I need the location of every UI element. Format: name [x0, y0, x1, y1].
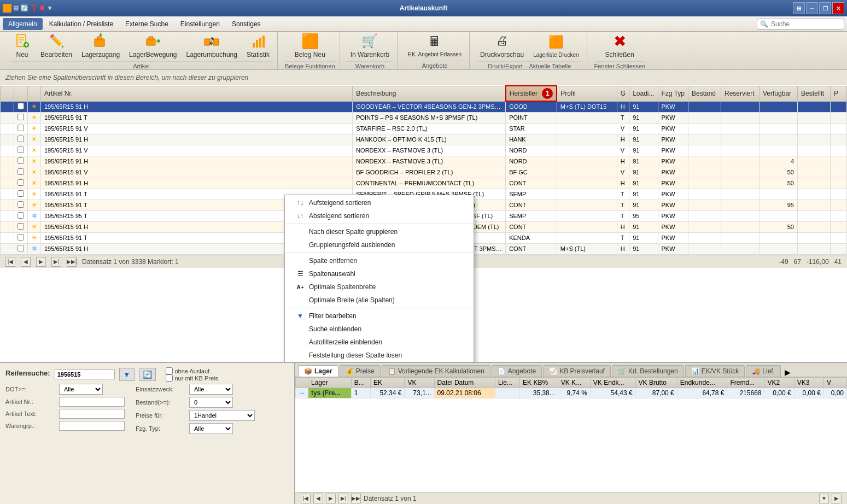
row-checkbox[interactable]: [14, 112, 28, 123]
table-row[interactable]: ☀ 195/65R15 91 H NORDEXX – FASTMOVE 3 (T…: [1, 156, 847, 167]
col-beschreibung-header[interactable]: Beschreibung: [353, 86, 506, 101]
table-row[interactable]: ☀ 195/65R15 91 H HANKOOK – OPTIMO K 415 …: [1, 134, 847, 145]
ctx-clear-filter[interactable]: Feststellung dieser Spalte lösen: [285, 349, 474, 362]
toolbar-warenkorb-btn[interactable]: 🛒 In Warenkorb: [347, 31, 393, 60]
col-artikel-header[interactable]: Artikel Nr.: [41, 86, 353, 101]
toolbar-belegeneu-btn[interactable]: 🟧 Beleg Neu: [291, 31, 329, 60]
ctx-filter[interactable]: ▼ Filter bearbeiten: [285, 309, 474, 323]
toolbar-ekangebot-btn[interactable]: 🖩 EK. Angebot Erfassen: [405, 32, 465, 60]
col-g-header[interactable]: G: [617, 86, 629, 101]
artikel-text-input[interactable]: [59, 409, 125, 419]
table-row[interactable]: ☀ 195/65R15 91 V STARFIRE – RSC 2.0 (TL)…: [1, 123, 847, 134]
tab-angebote[interactable]: 📄 Angebote: [492, 365, 542, 377]
col-fzgtyp-header[interactable]: Fzg Typ: [658, 86, 688, 101]
inner-col-vk-brutto[interactable]: VK Brutto: [635, 378, 677, 388]
ctx-group-col[interactable]: Nach dieser Spalte gruppieren: [285, 225, 474, 238]
nav-next-btn[interactable]: ▶: [36, 257, 46, 267]
ohne-auslauf-input[interactable]: [166, 367, 173, 374]
ctx-sort-asc[interactable]: ↑↓ Aufsteigend sortieren: [285, 196, 474, 209]
ctx-search[interactable]: Suche einblenden: [285, 323, 474, 336]
tab-lager[interactable]: 📦 Lager: [298, 365, 338, 377]
col-checkbox-header[interactable]: [14, 86, 28, 101]
ctx-opt-width-all[interactable]: Optimale Breite (alle Spalten): [285, 294, 474, 307]
inner-col-v[interactable]: V: [823, 378, 846, 388]
table-row[interactable]: ☀ 195/65R15 91 H CONTINENTAL – PREMIUMCO…: [1, 178, 847, 189]
row-checkbox[interactable]: [14, 200, 28, 210]
toolbar-bearbeiten-btn[interactable]: ✏️ Bearbeiten: [37, 31, 75, 60]
ctx-col-select[interactable]: ☰ Spaltenauswahl: [285, 267, 474, 280]
inner-col-vk[interactable]: VK: [405, 378, 434, 388]
inner-col-fremd[interactable]: Fremd...: [727, 378, 764, 388]
col-bestellt-header[interactable]: Bestelllt: [798, 86, 831, 101]
inner-table-container[interactable]: Lager B... EK VK Datei Datum Lie... EK K…: [295, 377, 847, 492]
menu-allgemein[interactable]: Allgemein: [3, 18, 43, 30]
row-checkbox[interactable]: [14, 221, 28, 232]
ctx-hide-group[interactable]: Gruppierungsfeld ausblenden: [285, 238, 474, 251]
inner-col-endkunde[interactable]: Endkunde...: [677, 378, 727, 388]
artikel-nr-input[interactable]: [59, 397, 125, 407]
row-checkbox[interactable]: [14, 210, 28, 221]
inner-col-b[interactable]: B...: [351, 378, 370, 388]
row-checkbox[interactable]: [14, 145, 28, 156]
nur-kb-check[interactable]: nur mit KB Preis: [166, 374, 218, 382]
col-reserviert-header[interactable]: Reserviert: [721, 86, 760, 101]
row-checkbox[interactable]: [14, 243, 28, 254]
tab-ek-kalk[interactable]: 📋 Vorliegende EK Kalkulationen: [382, 365, 490, 377]
ctx-opt-width[interactable]: A+ Optimale Spaltenbreite: [285, 280, 474, 294]
window-close-btn[interactable]: ✕: [832, 2, 844, 14]
nur-kb-input[interactable]: [166, 374, 173, 382]
inner-col-vk3[interactable]: VK3: [794, 378, 823, 388]
inner-col-vk2[interactable]: VK2: [764, 378, 794, 388]
window-minimize-btn[interactable]: ─: [806, 2, 818, 14]
nav-end-btn[interactable]: ▶▶|: [67, 257, 77, 267]
inner-col-datei-datum[interactable]: Datei Datum: [434, 378, 495, 388]
inner-nav-last[interactable]: ▶|: [338, 494, 348, 503]
col-loading-header[interactable]: Loadi...: [629, 86, 658, 101]
col-verfuegbar-header[interactable]: Verfügbar: [760, 86, 798, 101]
ctx-autofilter[interactable]: Autofilterzeile einblenden: [285, 336, 474, 349]
inner-col-ek-kb[interactable]: EK KB%: [520, 378, 558, 388]
row-checkbox[interactable]: [14, 134, 28, 145]
toolbar-lagerbewegung-btn[interactable]: LagerBewegung: [126, 31, 180, 60]
inner-nav-first[interactable]: |◀: [301, 494, 311, 503]
inner-filter-btn[interactable]: ▼: [819, 494, 829, 503]
reifensuche-down-btn[interactable]: ▼: [119, 368, 135, 381]
toolbar-lagerzugang-btn[interactable]: Lagerzugang: [78, 31, 123, 60]
window-maximize-btn[interactable]: ⊞: [793, 2, 805, 14]
tab-ek-vk[interactable]: 📊 EK/VK Stück: [685, 365, 745, 377]
inner-nav-prev[interactable]: ◀: [313, 494, 323, 503]
preise-fuer-select[interactable]: 1Handel: [189, 410, 255, 421]
toolbar-statistik-btn[interactable]: Statistik: [243, 31, 273, 60]
tab-preise[interactable]: 💰 Preise: [340, 365, 381, 377]
inner-col-lie[interactable]: Lie...: [495, 378, 519, 388]
inner-scroll-right[interactable]: ▶: [832, 494, 842, 503]
col-bestand-header[interactable]: Bestand: [688, 86, 721, 101]
inner-col-vk-endk[interactable]: VK Endk...: [590, 378, 635, 388]
warengrp-input[interactable]: [59, 421, 125, 431]
tab-lief[interactable]: 🚚 Lief.: [746, 365, 781, 377]
ohne-auslauf-check[interactable]: ohne Auslauf.: [166, 367, 218, 374]
ctx-remove-col[interactable]: Spalte entfernen: [285, 254, 474, 267]
nav-prev-btn[interactable]: ◀: [21, 257, 31, 267]
col-profil-header[interactable]: Profil: [557, 86, 617, 101]
ctx-sort-desc[interactable]: ↓↑ Absteigend sortieren: [285, 209, 474, 222]
menu-kalkulation[interactable]: Kalkulation / Preisliste: [44, 18, 119, 30]
row-checkbox[interactable]: [14, 123, 28, 134]
search-input[interactable]: [771, 20, 842, 28]
col-indicator-header[interactable]: [1, 86, 14, 101]
bestand-select[interactable]: 0: [189, 397, 233, 408]
window-restore-btn[interactable]: ❐: [819, 2, 831, 14]
inner-col-lager[interactable]: Lager: [308, 378, 352, 388]
col-star-header[interactable]: [28, 86, 41, 101]
table-row[interactable]: ☀ 195/65R15 91 V NORDEXX – FASTMOVE 3 (T…: [1, 145, 847, 156]
menu-sonstiges[interactable]: Sonstiges: [226, 18, 266, 30]
menu-einstellungen[interactable]: Einstellungen: [175, 18, 225, 30]
dot-select[interactable]: Alle: [59, 384, 103, 395]
fzg-typ-select[interactable]: Alle: [189, 423, 233, 434]
nav-first-btn[interactable]: |◀: [5, 257, 15, 267]
tab-scroll-right[interactable]: ▶: [785, 368, 791, 377]
row-checkbox[interactable]: [14, 156, 28, 167]
toolbar-druckvorschau-btn[interactable]: 🖨 Druckvorschau: [477, 31, 527, 60]
row-checkbox[interactable]: [14, 167, 28, 178]
toolbar-lagerliste-btn[interactable]: 🟧 Lagerliste Drucken: [530, 31, 582, 60]
